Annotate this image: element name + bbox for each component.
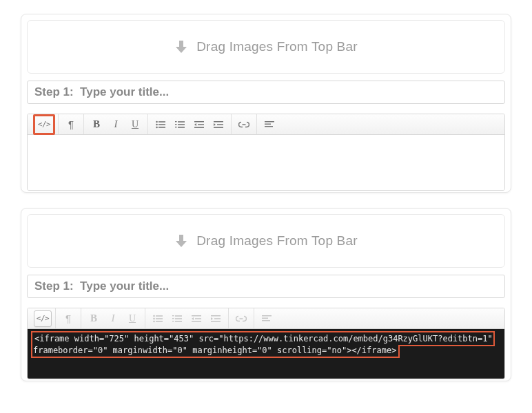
svg-rect-40 bbox=[262, 317, 268, 319]
step-title-input[interactable] bbox=[27, 275, 505, 298]
image-dropzone[interactable]: Drag Images From Top Bar bbox=[27, 214, 505, 268]
indent-icon bbox=[211, 315, 221, 323]
editor-toolbar: </> ¶ B I U bbox=[28, 308, 504, 329]
html-mode-button[interactable]: </> bbox=[34, 310, 52, 327]
bold-button[interactable]: B bbox=[85, 310, 103, 327]
svg-rect-30 bbox=[175, 318, 182, 319]
pasted-embed-code: <iframe width="725" height="453" src="ht… bbox=[33, 333, 493, 356]
svg-rect-33 bbox=[192, 315, 201, 317]
bold-button[interactable]: B bbox=[88, 116, 105, 133]
html-mode-button[interactable]: </> bbox=[35, 116, 53, 133]
svg-rect-5 bbox=[158, 127, 165, 128]
svg-rect-8 bbox=[175, 124, 177, 125]
dropzone-label: Drag Images From Top Bar bbox=[196, 233, 358, 248]
svg-rect-37 bbox=[214, 318, 221, 319]
svg-rect-9 bbox=[178, 124, 185, 125]
svg-rect-27 bbox=[172, 315, 174, 316]
underline-icon: U bbox=[132, 119, 139, 130]
svg-rect-14 bbox=[194, 127, 204, 128]
svg-rect-15 bbox=[214, 121, 223, 123]
svg-rect-1 bbox=[158, 121, 165, 123]
svg-rect-29 bbox=[172, 318, 174, 319]
svg-rect-39 bbox=[262, 315, 272, 317]
underline-icon: U bbox=[129, 313, 136, 324]
svg-rect-26 bbox=[156, 321, 163, 322]
rich-text-editor: </> ¶ B I U bbox=[27, 308, 505, 379]
align-button[interactable] bbox=[260, 116, 278, 133]
svg-rect-13 bbox=[198, 124, 204, 125]
svg-rect-7 bbox=[178, 121, 185, 123]
number-list-button[interactable] bbox=[168, 310, 186, 327]
italic-button[interactable]: I bbox=[107, 116, 125, 133]
code-icon: </> bbox=[37, 314, 49, 323]
indent-button[interactable] bbox=[209, 116, 227, 133]
step-title-input[interactable] bbox=[27, 81, 505, 104]
italic-icon: I bbox=[112, 313, 115, 324]
align-button[interactable] bbox=[258, 310, 276, 327]
svg-point-21 bbox=[153, 315, 155, 317]
link-icon bbox=[236, 315, 247, 322]
bold-icon: B bbox=[93, 118, 100, 130]
bullet-list-button[interactable] bbox=[149, 310, 167, 327]
pilcrow-icon: ¶ bbox=[65, 313, 71, 324]
outdent-icon bbox=[192, 315, 201, 323]
italic-button[interactable]: I bbox=[104, 310, 122, 327]
underline-button[interactable]: U bbox=[123, 310, 141, 327]
svg-rect-10 bbox=[175, 127, 177, 127]
arrow-down-icon bbox=[174, 233, 188, 248]
svg-rect-35 bbox=[192, 321, 201, 322]
rich-text-editor: </> ¶ B I U bbox=[27, 114, 505, 191]
dropzone-label: Drag Images From Top Bar bbox=[196, 39, 358, 54]
svg-point-0 bbox=[156, 120, 158, 123]
paragraph-button[interactable]: ¶ bbox=[62, 116, 80, 133]
svg-rect-31 bbox=[172, 321, 174, 321]
align-left-icon bbox=[262, 315, 272, 323]
svg-rect-16 bbox=[217, 124, 223, 125]
step-title-row bbox=[27, 81, 505, 104]
outdent-button[interactable] bbox=[190, 116, 208, 133]
outdent-icon bbox=[194, 120, 204, 129]
italic-icon: I bbox=[114, 118, 118, 130]
bold-icon: B bbox=[90, 313, 97, 324]
outdent-button[interactable] bbox=[187, 310, 205, 327]
svg-point-2 bbox=[156, 123, 158, 125]
align-left-icon bbox=[265, 120, 274, 129]
bullet-list-icon bbox=[156, 120, 165, 129]
svg-rect-24 bbox=[156, 318, 163, 319]
svg-rect-3 bbox=[158, 124, 165, 125]
svg-rect-11 bbox=[178, 127, 185, 128]
number-list-icon bbox=[172, 315, 182, 323]
svg-rect-34 bbox=[195, 318, 201, 319]
editor-content[interactable] bbox=[28, 135, 504, 190]
number-list-icon bbox=[175, 120, 185, 129]
code-icon: </> bbox=[38, 120, 50, 129]
svg-rect-12 bbox=[194, 121, 204, 123]
arrow-down-icon bbox=[174, 39, 188, 54]
indent-icon bbox=[214, 120, 223, 129]
svg-rect-28 bbox=[175, 315, 182, 317]
image-dropzone[interactable]: Drag Images From Top Bar bbox=[27, 20, 505, 74]
editor-panel: Drag Images From Top Bar </> ¶ B I U bbox=[21, 14, 511, 193]
bullet-list-button[interactable] bbox=[152, 116, 170, 133]
svg-rect-38 bbox=[211, 321, 221, 322]
indent-button[interactable] bbox=[207, 310, 225, 327]
svg-rect-20 bbox=[265, 126, 273, 127]
number-list-button[interactable] bbox=[171, 116, 189, 133]
svg-rect-41 bbox=[262, 320, 270, 321]
editor-panel: Drag Images From Top Bar </> ¶ B I U bbox=[21, 208, 511, 381]
underline-button[interactable]: U bbox=[126, 116, 144, 133]
editor-content-html[interactable]: <iframe width="725" height="453" src="ht… bbox=[28, 329, 504, 379]
svg-point-4 bbox=[156, 126, 158, 128]
svg-point-23 bbox=[153, 317, 155, 319]
svg-rect-6 bbox=[175, 121, 177, 122]
link-button[interactable] bbox=[232, 310, 250, 327]
pilcrow-icon: ¶ bbox=[68, 118, 74, 130]
step-title-row bbox=[27, 275, 505, 298]
link-icon bbox=[238, 121, 249, 128]
svg-rect-22 bbox=[156, 315, 163, 317]
paragraph-button[interactable]: ¶ bbox=[59, 310, 77, 327]
svg-rect-17 bbox=[214, 127, 223, 128]
link-button[interactable] bbox=[235, 116, 253, 133]
svg-rect-36 bbox=[211, 315, 221, 317]
highlight-frame: </> bbox=[33, 114, 55, 135]
